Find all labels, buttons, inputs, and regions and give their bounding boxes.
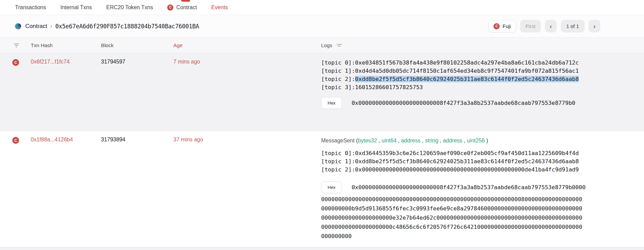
cutoff-red-element <box>181 0 190 2</box>
column-header-txn-hash: Txn Hash <box>31 42 101 48</box>
block-number: 31794597 <box>101 53 173 85</box>
hex-toggle-button[interactable]: Hex <box>321 97 342 109</box>
breadcrumb-separator-icon: › <box>50 23 52 30</box>
topics-list: [topic 0]:0xd36445359b3c6e26c120659aef09… <box>321 149 599 174</box>
network-badge[interactable]: C Fuji <box>488 20 516 32</box>
contract-address: 0x5e67eA6d6f290F857c1888204b7540Bac76001… <box>55 23 199 30</box>
event-row: C 0x1f88a...4126b4 31793894 37 mins ago … <box>0 131 644 247</box>
log-data-line: 000000000000000000000c48656c6c6f20576f72… <box>321 222 599 232</box>
log-data-line: 0x0000000000000000000000008f427f3a3a8b25… <box>352 183 585 192</box>
tab-bar: Transactions Internal Txns ERC20 Token T… <box>0 0 644 15</box>
topic-line: [topic 1]:0xdd8be2f5f5d5cf3b8640c6292402… <box>321 157 599 166</box>
column-header-age-toggle[interactable]: Age <box>173 42 321 48</box>
column-header-logs: Logs <box>321 42 332 48</box>
next-row-preview <box>0 247 644 250</box>
c-chain-badge: C <box>12 59 19 66</box>
log-data-line: 0000000000000000000000000000000000000000… <box>321 195 599 204</box>
pagination-page-indicator: 1 of 1 <box>561 20 585 32</box>
topics-list: [topic 0]:0xe034851f567b38fa4a438e9f8010… <box>321 59 599 92</box>
breadcrumb-label: Contract <box>25 23 47 30</box>
pagination-next-button[interactable]: › <box>589 20 600 32</box>
topic-line: [topic 0]:0xd36445359b3c6e26c120659aef09… <box>321 149 599 157</box>
log-data-block: Hex 0x0000000000000000000000008f427f3a3a… <box>321 97 599 109</box>
events-page: Transactions Internal Txns ERC20 Token T… <box>0 0 644 250</box>
age-value[interactable]: 37 mins ago <box>173 131 321 149</box>
tab-events[interactable]: Events <box>211 4 228 11</box>
topic-line: [topic 0]:0xe034851f567b38fa4a438e9f8010… <box>321 59 599 67</box>
breadcrumb: Contract › 0x5e67eA6d6f290F857c1888204b7… <box>15 23 199 30</box>
log-data-line: 000000000b9d5d9136855f6fec3c0993fee6e9ce… <box>321 204 599 213</box>
pagination-first-button[interactable]: First <box>520 20 541 32</box>
c-chain-icon: C <box>493 23 500 29</box>
table-header: Txn Hash Block Age Logs <box>0 38 644 53</box>
log-data-line: 0x0000000000000000000000008f427f3a3a8b25… <box>352 98 575 108</box>
event-row: C 0x6f217...f1fc74 31794597 7 mins ago [… <box>0 53 644 131</box>
topic-line: [topic 2]:0x0000000000000000000000000000… <box>321 166 599 174</box>
filter-icon[interactable] <box>14 43 19 48</box>
header-controls: C Fuji First ‹ 1 of 1 › <box>488 20 600 32</box>
c-chain-icon: C <box>167 4 173 11</box>
event-signature: MessageSent (bytes32 , uint64 , address … <box>321 137 599 145</box>
tab-contract[interactable]: C Contract <box>167 4 197 11</box>
txn-hash-link[interactable]: 0x1f88a...4126b4 <box>31 137 73 142</box>
tab-internal-txns[interactable]: Internal Txns <box>60 4 92 11</box>
tab-contract-label: Contract <box>176 4 197 11</box>
network-globe-icon <box>15 23 21 29</box>
log-data-line: 000000000000000000000e32e7b64ed62c000000… <box>321 213 599 222</box>
topic-line: [topic 2]:0xdd8be2f5f5d5cf3b8640c6292402… <box>321 75 599 83</box>
tab-transactions[interactable]: Transactions <box>15 4 46 11</box>
txn-hash-link[interactable]: 0x6f217...f1fc74 <box>31 59 70 65</box>
log-data-continuation: 0000000000000000000000000000000000000000… <box>321 195 599 241</box>
network-badge-label: Fuji <box>502 23 511 29</box>
topic-line: [topic 3]:16015286601757825753 <box>321 83 599 92</box>
pagination-prev-button[interactable]: ‹ <box>545 20 557 32</box>
hex-toggle-button[interactable]: Hex <box>321 181 342 193</box>
logs-filter-icon[interactable] <box>337 43 342 48</box>
tab-erc20-token-txns[interactable]: ERC20 Token Txns <box>106 4 153 11</box>
column-header-block: Block <box>101 42 173 48</box>
log-data-line: 000000000 <box>321 232 599 241</box>
topic-line: [topic 1]:0xd4d4a5d0db05dc714f8150c1af65… <box>321 67 599 75</box>
c-chain-badge: C <box>12 137 19 144</box>
block-number: 31793894 <box>101 131 173 149</box>
log-data-block: Hex 0x0000000000000000000000008f427f3a3a… <box>321 181 599 241</box>
contract-header: Contract › 0x5e67eA6d6f290F857c1888204b7… <box>0 15 644 38</box>
age-value[interactable]: 7 mins ago <box>173 53 321 85</box>
